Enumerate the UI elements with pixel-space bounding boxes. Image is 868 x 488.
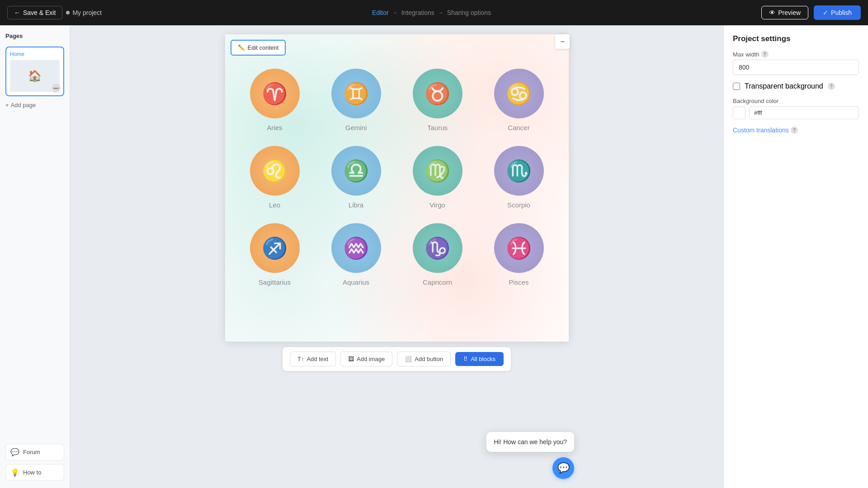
zodiac-item-capricorn[interactable]: ♑ Capricorn xyxy=(397,216,478,293)
add-page-button[interactable]: + Add page xyxy=(5,102,64,108)
forum-tool[interactable]: 💬 Forum xyxy=(5,444,64,460)
pages-title: Pages xyxy=(5,33,64,39)
save-exit-button[interactable]: ← Save & Exit xyxy=(7,6,62,19)
zodiac-item-scorpio[interactable]: ♏ Scorpio xyxy=(478,139,560,216)
forum-icon: 💬 xyxy=(10,448,19,456)
add-text-button[interactable]: T↑ Add text xyxy=(290,352,336,366)
zodiac-name-aquarius: Aquarius xyxy=(343,278,369,286)
step-sharing[interactable]: Sharing options xyxy=(447,9,491,16)
sidebar-bottom: 💬 Forum 💡 How to xyxy=(5,444,64,481)
transparent-bg-label: Transparent background xyxy=(745,82,823,90)
zodiac-name-virgo: Virgo xyxy=(429,201,445,209)
back-arrow-icon: ← xyxy=(14,9,20,16)
edit-content-button[interactable]: ✏️ Edit content xyxy=(231,40,286,56)
text-icon: T↑ xyxy=(297,356,304,362)
bg-color-swatch[interactable] xyxy=(733,107,745,119)
image-icon: 🖼 xyxy=(348,356,354,362)
bg-color-input[interactable] xyxy=(749,106,859,119)
bg-color-field: Background color xyxy=(733,98,859,119)
check-icon: ✓ xyxy=(823,9,828,16)
custom-translations-link[interactable]: Custom translations ? xyxy=(733,127,859,134)
zodiac-circle-aquarius: ♒ xyxy=(331,223,381,273)
home-icon: 🏠 xyxy=(28,70,42,82)
zodiac-name-scorpio: Scorpio xyxy=(507,201,530,209)
topnav-steps: Editor → Integrations → Sharing options xyxy=(105,9,758,16)
zodiac-circle-virgo: ♍ xyxy=(413,146,462,196)
zodiac-circle-libra: ♎ xyxy=(331,146,381,196)
chat-greeting: Hi! How can we help you? xyxy=(486,432,574,452)
zodiac-grid: ♈ Aries ♊ Gemini ♉ Taurus ♋ Cancer ♌ Leo… xyxy=(225,34,569,307)
page-label-home: Home xyxy=(10,51,60,57)
custom-translations-help-icon[interactable]: ? xyxy=(791,127,798,134)
transparent-bg-row: Transparent background ? xyxy=(733,82,859,90)
transparent-bg-help-icon[interactable]: ? xyxy=(828,83,835,90)
preview-button[interactable]: 👁 Preview xyxy=(761,6,808,19)
save-exit-label: Save & Exit xyxy=(23,9,56,16)
zodiac-item-leo[interactable]: ♌ Leo xyxy=(234,139,316,216)
zodiac-item-libra[interactable]: ♎ Libra xyxy=(316,139,397,216)
zodiac-item-aries[interactable]: ♈ Aries xyxy=(234,61,316,139)
pencil-icon: ✏️ xyxy=(238,44,245,51)
page-menu-button[interactable]: ••• xyxy=(52,84,61,93)
max-width-input[interactable] xyxy=(733,60,859,75)
howto-tool[interactable]: 💡 How to xyxy=(5,464,64,481)
zodiac-item-taurus[interactable]: ♉ Taurus xyxy=(397,61,478,139)
zodiac-item-aquarius[interactable]: ♒ Aquarius xyxy=(316,216,397,293)
zodiac-name-taurus: Taurus xyxy=(427,124,448,131)
button-icon: ⬜ xyxy=(405,356,412,362)
zodiac-name-gemini: Gemini xyxy=(345,124,367,131)
arrow-icon-1: → xyxy=(392,9,398,16)
arrow-icon-2: → xyxy=(438,9,443,16)
zodiac-item-virgo[interactable]: ♍ Virgo xyxy=(397,139,478,216)
zodiac-circle-cancer: ♋ xyxy=(494,69,544,118)
publish-button[interactable]: ✓ Publish xyxy=(814,5,861,20)
zodiac-item-sagittarius[interactable]: ♐ Sagittarius xyxy=(234,216,316,293)
zodiac-item-cancer[interactable]: ♋ Cancer xyxy=(478,61,560,139)
grid-icon: ⠿ xyxy=(463,356,468,362)
max-width-help-icon[interactable]: ? xyxy=(761,51,769,58)
zodiac-circle-taurus: ♉ xyxy=(413,69,462,118)
chat-fab-button[interactable]: 💬 xyxy=(552,457,574,479)
canvas-wrapper: ✏️ Edit content ♈ Aries ♊ Gemini ♉ Tauru… xyxy=(225,34,569,342)
canvas-area: ✏️ Edit content ♈ Aries ♊ Gemini ♉ Tauru… xyxy=(70,25,723,488)
bg-color-label: Background color xyxy=(733,98,859,104)
zodiac-circle-scorpio: ♏ xyxy=(494,146,544,196)
custom-translations-field: Custom translations ? xyxy=(733,127,859,134)
all-blocks-button[interactable]: ⠿ All blocks xyxy=(455,352,504,366)
canvas: ♈ Aries ♊ Gemini ♉ Taurus ♋ Cancer ♌ Leo… xyxy=(225,34,569,342)
zodiac-name-libra: Libra xyxy=(349,201,363,209)
zodiac-circle-gemini: ♊ xyxy=(331,69,381,118)
add-button-button[interactable]: ⬜ Add button xyxy=(397,352,451,366)
step-editor[interactable]: Editor xyxy=(372,9,389,16)
transparent-bg-checkbox[interactable] xyxy=(733,83,740,90)
step-integrations[interactable]: Integrations xyxy=(401,9,434,16)
page-card-home[interactable]: Home 🏠 ••• xyxy=(5,47,64,96)
max-width-field: Max width ? xyxy=(733,51,859,75)
zodiac-name-pisces: Pisces xyxy=(509,278,528,286)
project-name: My project xyxy=(66,9,102,16)
main-layout: Pages Home 🏠 ••• + Add page 💬 Forum 💡 Ho… xyxy=(0,25,868,488)
status-dot xyxy=(66,11,70,14)
eye-icon: 👁 xyxy=(769,9,775,16)
zodiac-item-gemini[interactable]: ♊ Gemini xyxy=(316,61,397,139)
zodiac-circle-aries: ♈ xyxy=(250,69,300,118)
zodiac-name-sagittarius: Sagittarius xyxy=(259,278,291,286)
right-panel: Project settings Max width ? Transparent… xyxy=(723,25,868,488)
top-navigation: ← Save & Exit My project Editor → Integr… xyxy=(0,0,868,25)
zodiac-circle-leo: ♌ xyxy=(250,146,300,196)
zodiac-circle-pisces: ♓ xyxy=(494,223,544,273)
zodiac-name-capricorn: Capricorn xyxy=(423,278,452,286)
zodiac-name-cancer: Cancer xyxy=(508,124,529,131)
plus-icon: + xyxy=(5,102,9,108)
max-width-label: Max width ? xyxy=(733,51,859,58)
topnav-left: ← Save & Exit My project xyxy=(7,6,102,19)
sidebar: Pages Home 🏠 ••• + Add page 💬 Forum 💡 Ho… xyxy=(0,25,70,488)
transparent-bg-field: Transparent background ? xyxy=(733,82,859,90)
howto-icon: 💡 xyxy=(10,468,19,477)
zodiac-circle-capricorn: ♑ xyxy=(413,223,462,273)
zodiac-circle-sagittarius: ♐ xyxy=(250,223,300,273)
zodiac-name-aries: Aries xyxy=(267,124,282,131)
add-image-button[interactable]: 🖼 Add image xyxy=(340,352,392,366)
zodiac-item-pisces[interactable]: ♓ Pisces xyxy=(478,216,560,293)
topnav-right: 👁 Preview ✓ Publish xyxy=(761,5,861,20)
